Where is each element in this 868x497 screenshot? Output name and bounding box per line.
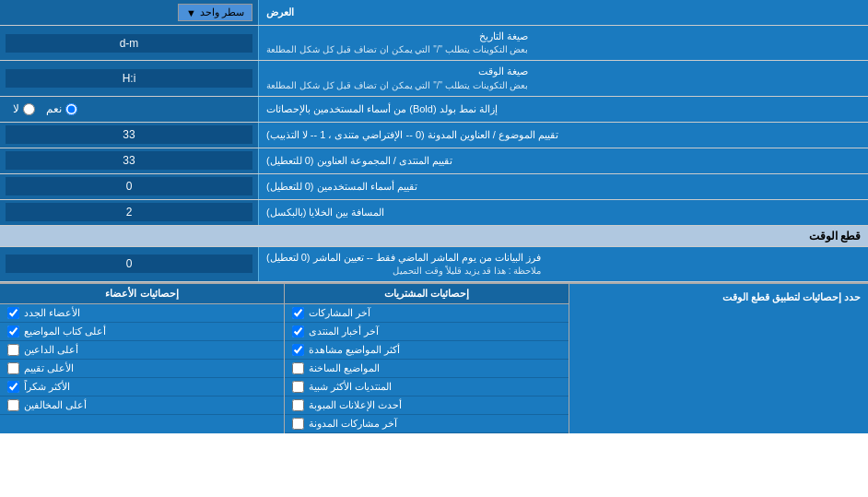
header-label: العرض [258, 0, 868, 25]
check-most-thanked[interactable] [7, 381, 19, 393]
dropdown-icon: ▼ [186, 7, 196, 18]
usernames-order-label: تقييم أسماء المستخدمين (0 للتعطيل) [258, 174, 868, 199]
list-item: أحدث الإعلانات المبوبة [285, 396, 569, 415]
dropdown-label: سطر واحد [200, 6, 244, 18]
check-popular-forums[interactable] [292, 381, 304, 393]
check-last-posts[interactable] [292, 307, 304, 319]
list-item: الأكثر شكراً [0, 378, 284, 396]
list-item: الأعضاء الجدد [0, 304, 284, 323]
forum-order-label: تقييم المنتدى / المجموعة العناوين (0 للت… [258, 148, 868, 173]
list-item: آخر مشاركات المدونة [285, 415, 569, 433]
checkbox-col-1-header: إحصائيات المشتريات [285, 284, 569, 304]
topic-order-input[interactable] [6, 125, 252, 144]
list-item: أعلى المخالفين [0, 396, 284, 415]
bold-remove-label: إزالة نمط بولد (Bold) من أسماء المستخدمي… [258, 97, 868, 122]
checkbox-col-2: إحصائيات الأعضاء الأعضاء الجدد أعلى كتاب… [0, 284, 284, 433]
cut-time-input[interactable] [6, 254, 252, 273]
radio-yes[interactable]: نعم [46, 102, 77, 115]
list-item: أعلى الداعين [0, 341, 284, 360]
check-top-violators[interactable] [7, 399, 19, 411]
cell-distance-input[interactable] [6, 203, 252, 221]
date-format-label: صيغة التاريخ بعض التكوينات يتطلب "/" الت… [258, 26, 868, 60]
check-most-viewed[interactable] [292, 344, 304, 356]
date-format-input[interactable] [6, 34, 252, 53]
time-format-label: صيغة الوقت بعض التكوينات يتطلب "/" التي … [258, 61, 868, 95]
check-top-rated[interactable] [7, 362, 19, 374]
check-latest-ads[interactable] [292, 399, 304, 411]
check-last-blog-posts[interactable] [292, 418, 304, 430]
display-dropdown[interactable]: سطر واحد ▼ [178, 4, 252, 21]
forum-order-input[interactable] [6, 151, 252, 170]
limit-title: حدد إحصائيات لتطبيق قطع الوقت [577, 291, 861, 303]
cell-distance-label: المسافة بين الخلايا (بالبكسل) [258, 200, 868, 225]
check-last-news[interactable] [292, 325, 304, 337]
list-item: المنتديات الأكثر شبية [285, 378, 569, 396]
checkbox-col-1: إحصائيات المشتريات آخر المشاركات آخر أخب… [284, 284, 569, 433]
check-top-inviters[interactable] [7, 344, 19, 356]
time-format-input[interactable] [6, 69, 252, 88]
list-item: أكثر المواضيع مشاهدة [285, 341, 569, 360]
list-item: آخر أخبار المنتدى [285, 323, 569, 341]
usernames-order-input[interactable] [6, 177, 252, 195]
list-item: أعلى كتاب المواضيع [0, 323, 284, 341]
check-top-posters[interactable] [7, 325, 19, 337]
check-new-members[interactable] [7, 307, 19, 319]
radio-no[interactable]: لا [13, 102, 35, 115]
checkbox-col-2-header: إحصائيات الأعضاء [0, 284, 284, 304]
list-item: الأعلى تقييم [0, 360, 284, 378]
topic-order-label: تقييم الموضوع / العناوين المدونة (0 -- ا… [258, 123, 868, 148]
list-item: المواضيع الساخنة [285, 360, 569, 378]
check-hot-topics[interactable] [292, 362, 304, 374]
cut-time-header: قطع الوقت [0, 226, 868, 247]
cut-time-label: فرز البيانات من يوم الماشر الماضي فقط --… [258, 247, 868, 281]
limit-section: حدد إحصائيات لتطبيق قطع الوقت [569, 284, 868, 433]
list-item: آخر المشاركات [285, 304, 569, 323]
